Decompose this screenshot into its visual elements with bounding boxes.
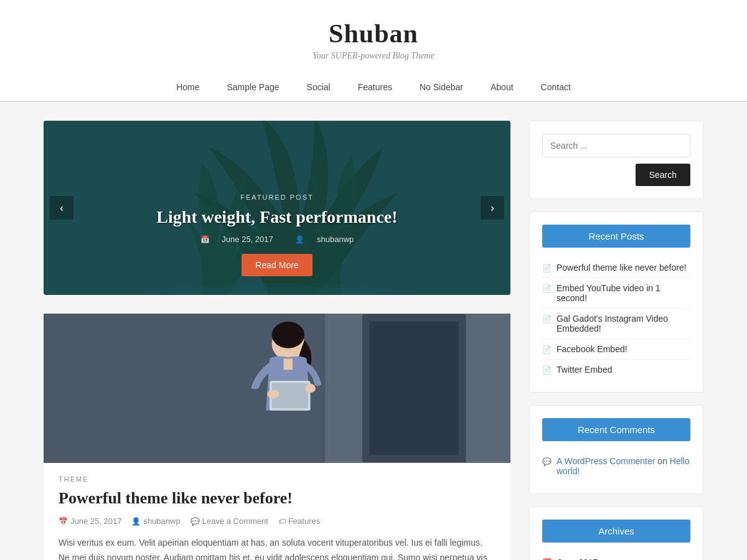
search-input[interactable] [542,134,690,157]
recent-comments-list: 💬A WordPress Commenter on Hello world! [542,451,690,481]
list-item: 📅June 2017 [542,553,690,560]
post-date: 📅 June 25, 2017 [59,516,121,526]
main-content: ‹ › FEATURED POST Light weight, Fast per… [44,121,510,560]
search-button[interactable]: Search [636,164,690,186]
list-item: 📄Powerful theme like never before! [542,258,690,278]
featured-slider: ‹ › FEATURED POST Light weight, Fast per… [44,121,510,295]
search-widget: Search [529,121,703,199]
post-card: THEME Powerful theme like never before! … [44,314,510,560]
recent-posts-list: 📄Powerful theme like never before!📄Embed… [542,258,690,380]
nav-link[interactable]: About [477,73,527,101]
svg-rect-7 [370,322,459,455]
calendar-icon: 📅 [542,558,552,561]
recent-post-link[interactable]: Facebook Embed! [557,344,627,354]
tag-icon-post: 🏷 [278,517,286,526]
nav-link[interactable]: Social [293,73,344,101]
post-excerpt: Wisi veritus ex eum. Velit apeirian eloq… [59,536,496,560]
slider-title: Light weight, Fast performance! [68,207,486,227]
slider-author: 👤 shubanwp [290,235,359,244]
archives-title: Archives [542,520,690,543]
list-item: 📄Embed YouTube video in 1 second! [542,278,690,309]
nav-item: Social [293,73,344,101]
search-form: Search [542,134,690,186]
comment-author-link[interactable]: A WordPress Commenter [557,456,655,466]
nav-item: Sample Page [214,73,293,101]
archives-list: 📅June 2017📅January 2017 [542,553,690,560]
post-title-link[interactable]: Powerful theme like never before! [59,489,293,507]
svg-point-9 [272,322,304,348]
nav-item: Features [344,73,406,101]
post-comment-link[interactable]: Leave a Comment [202,516,268,526]
list-item: 📄Twitter Embed [542,360,690,380]
list-item: 💬A WordPress Commenter on Hello world! [542,451,690,481]
nav-link[interactable]: No Sidebar [406,73,477,101]
nav-link[interactable]: Features [344,73,406,101]
recent-posts-widget: Recent Posts 📄Powerful theme like never … [529,212,703,393]
calendar-icon: 📅 [200,235,210,244]
doc-icon: 📄 [542,366,552,375]
featured-label: FEATURED POST [68,194,486,201]
sidebar: Search Recent Posts 📄Powerful theme like… [529,121,703,560]
list-item: 📄Facebook Embed! [542,339,690,360]
recent-post-link[interactable]: Powerful theme like never before! [557,263,687,273]
user-icon: 👤 [295,235,304,244]
svg-point-13 [305,384,316,393]
nav-item: Contact [527,73,585,101]
doc-icon: 📄 [542,284,552,293]
nav-link[interactable]: Home [162,73,213,101]
calendar-icon-post: 📅 [59,517,68,526]
nav-item: Home [162,73,213,101]
svg-point-12 [268,390,280,398]
doc-icon: 📄 [542,264,552,273]
post-tag: 🏷 Features [278,516,320,526]
archives-widget: Archives 📅June 2017📅January 2017 [529,506,703,560]
recent-comments-widget: Recent Comments 💬A WordPress Commenter o… [529,405,703,494]
recent-posts-title: Recent Posts [542,225,690,248]
nav-item: No Sidebar [406,73,477,101]
user-icon-post: 👤 [131,517,141,526]
slider-date: 📅 June 25, 2017 [195,235,281,244]
slider-meta: 📅 June 25, 2017 👤 shubanwp [68,235,486,244]
read-more-button[interactable]: Read More [242,254,312,276]
post-tag-link[interactable]: Features [288,516,320,526]
comment-icon: 💬 [542,457,552,466]
doc-icon: 📄 [542,315,552,324]
svg-rect-14 [284,358,293,370]
post-meta: 📅 June 25, 2017 👤 shubanwp 💬 Leave a Com… [59,516,496,526]
post-body: THEME Powerful theme like never before! … [44,463,510,560]
nav-link[interactable]: Sample Page [214,73,293,101]
doc-icon: 📄 [542,345,552,354]
post-category: THEME [59,475,496,483]
archive-link[interactable]: June 2017 [557,558,598,560]
post-author: 👤 shubanwp [131,516,180,526]
post-comment: 💬 Leave a Comment [190,516,268,526]
site-tagline: Your SUPER-powered Blog Theme [12,51,735,61]
list-item: 📄Gal Gadot's Instagram Video Embedded! [542,309,690,339]
site-header: Shuban Your SUPER-powered Blog Theme Hom… [0,0,747,101]
recent-post-link[interactable]: Twitter Embed [557,365,612,375]
post-image [44,314,510,463]
main-container: ‹ › FEATURED POST Light weight, Fast per… [31,102,716,560]
post-title: Powerful theme like never before! [59,489,496,508]
slider-content: FEATURED POST Light weight, Fast perform… [44,175,510,295]
nav-item: About [477,73,527,101]
comment-icon-post: 💬 [190,517,200,526]
main-nav: HomeSample PageSocialFeaturesNo SidebarA… [12,73,735,101]
recent-post-link[interactable]: Embed YouTube video in 1 second! [557,283,690,303]
recent-post-link[interactable]: Gal Gadot's Instagram Video Embedded! [557,314,690,334]
nav-link[interactable]: Contact [527,73,585,101]
recent-comments-title: Recent Comments [542,418,690,441]
site-title: Shuban [12,19,735,49]
